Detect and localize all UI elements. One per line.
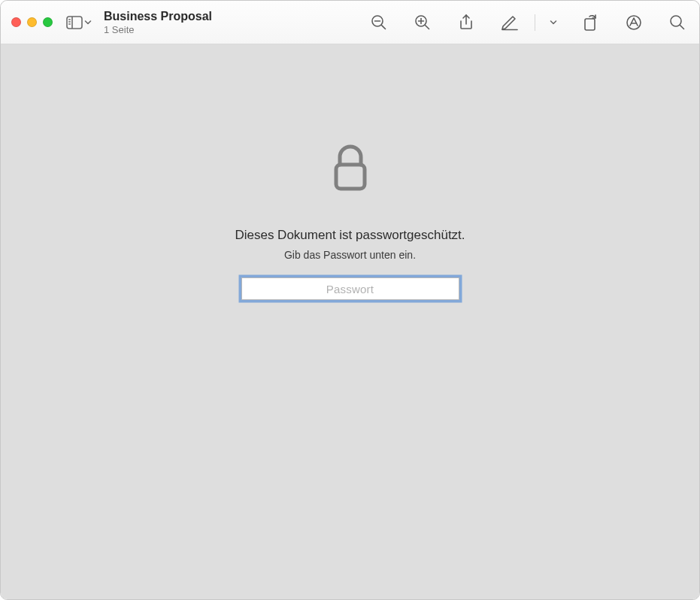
toolbar <box>368 11 689 34</box>
markup-button[interactable] <box>623 11 645 34</box>
close-button[interactable] <box>11 17 21 27</box>
fullscreen-button[interactable] <box>43 17 53 27</box>
share-button[interactable] <box>455 11 477 34</box>
password-prompt: Dieses Dokument ist passwortgeschützt. G… <box>235 142 465 300</box>
window-controls <box>11 17 53 27</box>
zoom-in-icon <box>414 14 431 31</box>
prompt-subhead: Gib das Passwort unten ein. <box>284 249 416 261</box>
sidebar-toggle-button[interactable] <box>66 16 92 29</box>
toolbar-divider <box>535 14 535 31</box>
svg-line-6 <box>381 25 385 29</box>
content-area: Dieses Dokument ist passwortgeschützt. G… <box>1 44 699 599</box>
zoom-in-button[interactable] <box>411 11 434 34</box>
highlight-menu-button[interactable] <box>549 11 558 34</box>
password-input[interactable] <box>241 277 459 300</box>
svg-line-18 <box>680 25 683 29</box>
prompt-headline: Dieses Dokument ist passwortgeschützt. <box>235 228 465 243</box>
document-title: Business Proposal <box>104 9 212 23</box>
highlight-button[interactable] <box>498 11 521 34</box>
markup-icon <box>626 14 642 31</box>
zoom-out-icon <box>371 14 387 31</box>
rotate-icon <box>582 14 598 32</box>
svg-rect-19 <box>336 165 365 189</box>
title-block: Business Proposal 1 Seite <box>104 9 212 36</box>
chevron-down-icon <box>550 20 557 26</box>
titlebar: Business Proposal 1 Seite <box>1 1 699 44</box>
lock-icon <box>330 142 371 198</box>
search-icon <box>669 14 686 31</box>
rotate-button[interactable] <box>579 11 602 34</box>
share-icon <box>458 14 474 32</box>
chevron-down-icon <box>84 20 92 26</box>
svg-rect-0 <box>67 17 82 29</box>
svg-line-9 <box>425 25 429 29</box>
highlight-icon <box>501 14 519 31</box>
minimize-button[interactable] <box>27 17 37 27</box>
document-subtitle: 1 Seite <box>104 24 212 36</box>
zoom-out-button[interactable] <box>368 11 390 34</box>
sidebar-icon <box>66 16 83 29</box>
search-button[interactable] <box>666 11 689 34</box>
app-window: Business Proposal 1 Seite <box>0 0 700 600</box>
svg-rect-14 <box>585 19 595 30</box>
